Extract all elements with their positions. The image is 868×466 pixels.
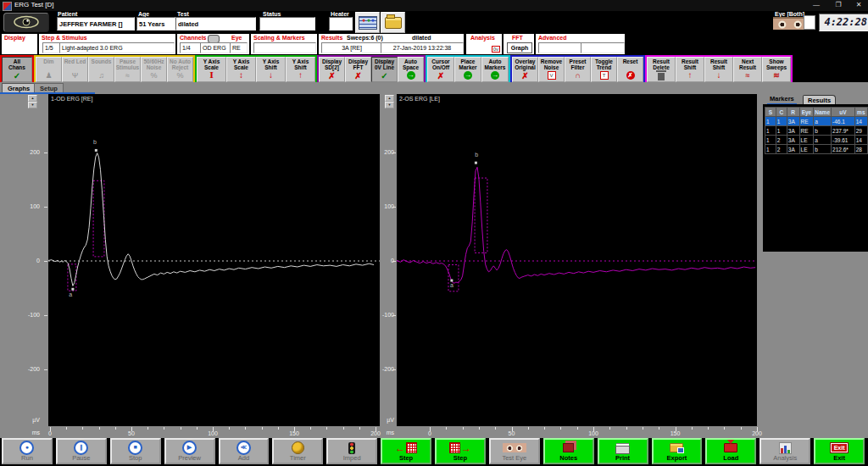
marker-point-a[interactable] bbox=[71, 288, 74, 291]
step-back-button[interactable]: ←Step bbox=[381, 438, 431, 464]
step-stimulus-section[interactable]: Step & Stimulus 1/5 Light-adapted 3.0 ER… bbox=[38, 33, 176, 55]
toolbar-button-cursor-on-off[interactable]: Cursor On/Off✗ bbox=[427, 57, 454, 82]
spinner-up-icon[interactable]: ▲ bbox=[28, 95, 37, 102]
preview-button[interactable]: ▶Preview bbox=[164, 438, 215, 464]
eye-select-button[interactable] bbox=[3, 13, 49, 32]
toolbar-button-no-auto-reject[interactable]: No Auto Reject% bbox=[167, 57, 193, 82]
advanced-section[interactable]: Advanced bbox=[535, 33, 626, 55]
channel-name-field[interactable]: OD ERG bbox=[200, 42, 231, 53]
fft-mode-field[interactable]: Graph bbox=[507, 42, 532, 53]
age-field[interactable] bbox=[136, 17, 175, 31]
toolbar-button-overlay-original[interactable]: Overlay Original✗ bbox=[512, 57, 538, 82]
toolbar-button-display-fft[interactable]: Display FFT✗ bbox=[345, 57, 371, 82]
column-header-eye[interactable]: Eye bbox=[799, 108, 814, 117]
marker-point-b[interactable] bbox=[475, 162, 477, 164]
result-datetime-field[interactable]: 27-Jan-2019 13:22:38 bbox=[381, 42, 464, 53]
graph2-spinner[interactable]: ▲▼ bbox=[385, 95, 394, 109]
erg-plot-od[interactable]: ab bbox=[48, 94, 380, 426]
toolbar-button-dim[interactable]: Dim♟ bbox=[36, 57, 62, 82]
toolbar-button-auto-space[interactable]: Auto Space→ bbox=[398, 57, 424, 82]
toolbar-button-auto-markers[interactable]: Auto Markers→ bbox=[481, 57, 509, 82]
run-button[interactable]: ●Run bbox=[2, 438, 53, 464]
minimize-button[interactable]: — bbox=[807, 0, 826, 10]
toolbar-button-preset-filter[interactable]: Preset Filter∩ bbox=[565, 57, 591, 82]
spinner-up-icon[interactable]: ▲ bbox=[385, 95, 394, 102]
toolbar-button-remove-noise[interactable]: Remove NoiseV bbox=[538, 57, 565, 82]
patient-field[interactable] bbox=[57, 17, 135, 31]
add-button[interactable]: ≪Add bbox=[219, 438, 270, 464]
channel-number-field[interactable]: 1/4 bbox=[180, 42, 202, 53]
status-field[interactable] bbox=[259, 17, 315, 31]
stop-button[interactable]: ■Stop bbox=[110, 438, 161, 464]
step-forward-button[interactable]: →Step bbox=[435, 438, 486, 464]
export-button[interactable]: Export bbox=[652, 438, 703, 464]
channels-section[interactable]: Channels Eye 1/4 OD ERG RE bbox=[176, 33, 250, 55]
toolbar-button-place-marker[interactable]: Place Marker→ bbox=[454, 57, 481, 82]
spinner-down-icon[interactable]: ▼ bbox=[385, 102, 394, 108]
stimulus-name-field[interactable]: Light-adapted 3.0 ERG bbox=[59, 42, 175, 53]
step-number-field[interactable]: 1/5 bbox=[42, 42, 61, 53]
toolbar-button-result-shift-up[interactable]: Result Shift↑ bbox=[676, 57, 704, 82]
column-header-uv[interactable]: uV bbox=[832, 108, 855, 117]
toolbar-button-sounds[interactable]: Sounds♫ bbox=[88, 57, 114, 82]
exit-button[interactable]: ExitExit bbox=[814, 438, 865, 464]
toolbar-button-y-axis-shift-down[interactable]: Y Axis Shift↓ bbox=[256, 57, 286, 82]
toolbar-button-all-chans[interactable]: All Chans✓ bbox=[2, 57, 32, 82]
timer-button[interactable]: Timer bbox=[272, 438, 323, 464]
fft-section[interactable]: FFT Graph bbox=[503, 33, 535, 55]
analysis-0v-badge[interactable]: 0v bbox=[492, 46, 500, 53]
toolbar-button-pause-stimulus[interactable]: Pause Stimulus≈ bbox=[114, 57, 141, 82]
archive-button[interactable] bbox=[381, 12, 405, 33]
advanced-field-1[interactable] bbox=[538, 42, 582, 53]
result-row-1[interactable]: 113AREa-46.114 bbox=[765, 117, 868, 126]
maximize-button[interactable]: ❐ bbox=[829, 0, 848, 10]
imped-button[interactable]: Imped bbox=[326, 438, 377, 464]
device-settings-button[interactable] bbox=[355, 12, 380, 33]
x-tick-mark bbox=[692, 427, 693, 430]
column-header-s[interactable]: S bbox=[765, 108, 776, 117]
toolbar-button-next-result[interactable]: Next Result≈ bbox=[733, 57, 762, 82]
column-header-ms[interactable]: ms bbox=[854, 108, 867, 117]
toolbar-button-50-60hz-noise[interactable]: 50/60Hz Noise% bbox=[141, 57, 167, 82]
toolbar-button-show-sweeps[interactable]: Show Sweeps≋ bbox=[762, 57, 791, 82]
eye-indicator-box[interactable] bbox=[804, 15, 815, 30]
test-eye-button[interactable]: Test Eye bbox=[489, 438, 540, 464]
column-header-r[interactable]: R bbox=[787, 108, 799, 117]
graph1-spinner[interactable]: ▲▼ bbox=[28, 95, 37, 109]
scaling-field[interactable] bbox=[253, 42, 316, 53]
spinner-down-icon[interactable]: ▼ bbox=[28, 102, 37, 108]
erg-plot-os[interactable]: ab bbox=[397, 94, 757, 426]
notes-button[interactable]: Notes bbox=[543, 438, 594, 464]
toolbar-button-display-sd2[interactable]: Display SD[2]✗ bbox=[319, 57, 345, 82]
toolbar-button-reset[interactable]: Reset✗ bbox=[617, 57, 643, 82]
display-section[interactable]: Display bbox=[1, 33, 38, 55]
analysis-section[interactable]: Analysis 0v bbox=[465, 33, 503, 55]
column-header-c[interactable]: C bbox=[776, 108, 787, 117]
toolbar-button-y-axis-scale-expand[interactable]: Y Axis ScaleI bbox=[197, 57, 226, 82]
analysis-button[interactable]: Analysis bbox=[760, 438, 810, 464]
advanced-field-2[interactable] bbox=[581, 42, 625, 53]
toolbar-button-y-axis-scale-compress[interactable]: Y Axis Scale↕ bbox=[226, 57, 256, 82]
toolbar-button-y-axis-shift-up[interactable]: Y Axis Shift↑ bbox=[286, 57, 315, 82]
toolbar-button-red-led[interactable]: Red LedΨ bbox=[62, 57, 88, 82]
toolbar-button-result-shift-down[interactable]: Result Shift↓ bbox=[704, 57, 733, 82]
marker-point-b[interactable] bbox=[95, 149, 97, 152]
results-section[interactable]: Results Sweeps:6 (0) dilated 3A [RE] 27-… bbox=[318, 33, 465, 55]
print-button[interactable]: Print bbox=[598, 438, 648, 464]
toolbar-button-toggle-trend[interactable]: Toggle TrendT bbox=[591, 57, 617, 82]
result-id-field[interactable]: 3A [RE] bbox=[321, 42, 382, 53]
column-header-name[interactable]: Name bbox=[814, 108, 832, 117]
toolbar-button-result-delete[interactable]: Result Delete bbox=[647, 57, 676, 82]
pause-button[interactable]: ∥Pause bbox=[56, 438, 107, 464]
result-row-4[interactable]: 123ALEb212.6*28 bbox=[765, 145, 868, 154]
channel-eye-field[interactable]: RE bbox=[230, 42, 248, 53]
close-button[interactable]: ✕ bbox=[849, 0, 868, 10]
result-row-2[interactable]: 113AREb237.9*29 bbox=[765, 126, 868, 136]
check-icon: ✓ bbox=[14, 71, 20, 80]
result-row-3[interactable]: 123ALEa-39.6114 bbox=[765, 136, 868, 145]
load-button[interactable]: Load bbox=[705, 438, 756, 464]
toolbar-button-display-0v-line[interactable]: Display 0V Line✓ bbox=[371, 57, 398, 82]
heater-field[interactable] bbox=[329, 17, 353, 31]
scaling-markers-section[interactable]: Scaling & Markers bbox=[250, 33, 318, 55]
test-field[interactable] bbox=[175, 17, 256, 31]
